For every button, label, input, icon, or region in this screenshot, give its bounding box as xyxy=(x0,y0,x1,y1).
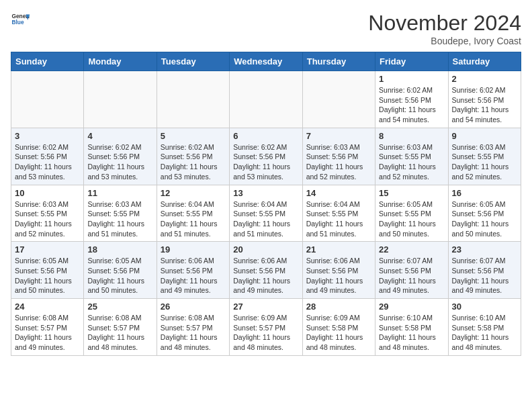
calendar-cell: 25Sunrise: 6:08 AM Sunset: 5:57 PM Dayli… xyxy=(84,299,157,356)
column-header-saturday: Saturday xyxy=(448,52,521,71)
day-info: Sunrise: 6:02 AM Sunset: 5:56 PM Dayligh… xyxy=(15,142,80,182)
calendar-cell: 6Sunrise: 6:02 AM Sunset: 5:56 PM Daylig… xyxy=(230,128,302,185)
calendar-cell: 5Sunrise: 6:02 AM Sunset: 5:56 PM Daylig… xyxy=(157,128,229,185)
day-number: 19 xyxy=(161,244,226,255)
calendar-week-row: 3Sunrise: 6:02 AM Sunset: 5:56 PM Daylig… xyxy=(11,128,521,185)
day-number: 5 xyxy=(161,131,226,141)
calendar-cell: 13Sunrise: 6:04 AM Sunset: 5:55 PM Dayli… xyxy=(230,185,302,242)
calendar-cell: 2Sunrise: 6:02 AM Sunset: 5:56 PM Daylig… xyxy=(448,71,521,128)
day-info: Sunrise: 6:05 AM Sunset: 5:56 PM Dayligh… xyxy=(452,199,517,239)
day-number: 18 xyxy=(87,244,152,255)
calendar-cell: 3Sunrise: 6:02 AM Sunset: 5:56 PM Daylig… xyxy=(11,128,84,185)
column-header-tuesday: Tuesday xyxy=(157,52,229,71)
calendar-cell xyxy=(157,71,229,128)
day-info: Sunrise: 6:04 AM Sunset: 5:55 PM Dayligh… xyxy=(306,199,371,239)
day-info: Sunrise: 6:09 AM Sunset: 5:57 PM Dayligh… xyxy=(233,313,298,353)
calendar-cell: 15Sunrise: 6:05 AM Sunset: 5:55 PM Dayli… xyxy=(375,185,448,242)
day-number: 22 xyxy=(379,244,444,255)
calendar-cell: 22Sunrise: 6:07 AM Sunset: 5:56 PM Dayli… xyxy=(375,242,448,299)
calendar-cell: 18Sunrise: 6:05 AM Sunset: 5:56 PM Dayli… xyxy=(84,242,157,299)
calendar-cell xyxy=(302,71,375,128)
calendar-cell: 30Sunrise: 6:10 AM Sunset: 5:58 PM Dayli… xyxy=(448,299,521,356)
day-number: 16 xyxy=(452,188,517,198)
calendar-header-row: SundayMondayTuesdayWednesdayThursdayFrid… xyxy=(11,52,521,71)
calendar-week-row: 17Sunrise: 6:05 AM Sunset: 5:56 PM Dayli… xyxy=(11,242,521,299)
day-info: Sunrise: 6:05 AM Sunset: 5:56 PM Dayligh… xyxy=(15,256,80,295)
day-info: Sunrise: 6:02 AM Sunset: 5:56 PM Dayligh… xyxy=(233,142,298,182)
month-title: November 2024 xyxy=(368,11,521,36)
day-number: 24 xyxy=(15,302,80,312)
calendar-cell: 23Sunrise: 6:07 AM Sunset: 5:56 PM Dayli… xyxy=(448,242,521,299)
day-number: 29 xyxy=(379,302,444,312)
column-header-sunday: Sunday xyxy=(11,52,84,71)
day-info: Sunrise: 6:07 AM Sunset: 5:56 PM Dayligh… xyxy=(452,256,517,295)
calendar-week-row: 24Sunrise: 6:08 AM Sunset: 5:57 PM Dayli… xyxy=(11,299,521,356)
day-info: Sunrise: 6:06 AM Sunset: 5:56 PM Dayligh… xyxy=(233,256,298,295)
calendar-cell xyxy=(230,71,302,128)
day-info: Sunrise: 6:03 AM Sunset: 5:55 PM Dayligh… xyxy=(379,142,444,182)
day-number: 20 xyxy=(233,244,298,255)
calendar-cell: 16Sunrise: 6:05 AM Sunset: 5:56 PM Dayli… xyxy=(448,185,521,242)
title-area: November 2024 Boudepe, Ivory Coast xyxy=(368,11,521,46)
calendar-cell xyxy=(84,71,157,128)
day-info: Sunrise: 6:09 AM Sunset: 5:58 PM Dayligh… xyxy=(306,313,371,353)
calendar-cell: 8Sunrise: 6:03 AM Sunset: 5:55 PM Daylig… xyxy=(375,128,448,185)
day-number: 9 xyxy=(452,131,517,141)
day-number: 11 xyxy=(87,188,152,198)
calendar-cell: 12Sunrise: 6:04 AM Sunset: 5:55 PM Dayli… xyxy=(157,185,229,242)
calendar-cell: 21Sunrise: 6:06 AM Sunset: 5:56 PM Dayli… xyxy=(302,242,375,299)
day-info: Sunrise: 6:06 AM Sunset: 5:56 PM Dayligh… xyxy=(161,256,226,295)
day-number: 7 xyxy=(306,131,371,141)
day-info: Sunrise: 6:10 AM Sunset: 5:58 PM Dayligh… xyxy=(452,313,517,353)
day-info: Sunrise: 6:10 AM Sunset: 5:58 PM Dayligh… xyxy=(379,313,444,353)
day-number: 3 xyxy=(15,131,80,141)
column-header-monday: Monday xyxy=(84,52,157,71)
day-number: 13 xyxy=(233,188,298,198)
column-header-friday: Friday xyxy=(375,52,448,71)
calendar-cell: 20Sunrise: 6:06 AM Sunset: 5:56 PM Dayli… xyxy=(230,242,302,299)
day-info: Sunrise: 6:02 AM Sunset: 5:56 PM Dayligh… xyxy=(161,142,226,182)
calendar-cell: 26Sunrise: 6:08 AM Sunset: 5:57 PM Dayli… xyxy=(157,299,229,356)
day-info: Sunrise: 6:05 AM Sunset: 5:55 PM Dayligh… xyxy=(379,199,444,239)
day-number: 25 xyxy=(87,302,152,312)
location-subtitle: Boudepe, Ivory Coast xyxy=(368,36,521,46)
day-info: Sunrise: 6:02 AM Sunset: 5:56 PM Dayligh… xyxy=(452,85,517,125)
day-number: 10 xyxy=(15,188,80,198)
day-info: Sunrise: 6:07 AM Sunset: 5:56 PM Dayligh… xyxy=(379,256,444,295)
calendar-cell: 10Sunrise: 6:03 AM Sunset: 5:55 PM Dayli… xyxy=(11,185,84,242)
day-number: 4 xyxy=(87,131,152,141)
day-info: Sunrise: 6:03 AM Sunset: 5:55 PM Dayligh… xyxy=(87,199,152,239)
logo-icon: General Blue xyxy=(11,11,30,30)
day-info: Sunrise: 6:02 AM Sunset: 5:56 PM Dayligh… xyxy=(379,85,444,125)
calendar-cell: 9Sunrise: 6:03 AM Sunset: 5:55 PM Daylig… xyxy=(448,128,521,185)
calendar-cell: 27Sunrise: 6:09 AM Sunset: 5:57 PM Dayli… xyxy=(230,299,302,356)
calendar-table: SundayMondayTuesdayWednesdayThursdayFrid… xyxy=(11,52,521,356)
day-number: 27 xyxy=(233,302,298,312)
calendar-week-row: 10Sunrise: 6:03 AM Sunset: 5:55 PM Dayli… xyxy=(11,185,521,242)
day-number: 15 xyxy=(379,188,444,198)
day-info: Sunrise: 6:04 AM Sunset: 5:55 PM Dayligh… xyxy=(233,199,298,239)
calendar-cell: 24Sunrise: 6:08 AM Sunset: 5:57 PM Dayli… xyxy=(11,299,84,356)
day-info: Sunrise: 6:08 AM Sunset: 5:57 PM Dayligh… xyxy=(15,313,80,353)
day-info: Sunrise: 6:03 AM Sunset: 5:55 PM Dayligh… xyxy=(452,142,517,182)
day-number: 14 xyxy=(306,188,371,198)
day-number: 2 xyxy=(452,74,517,84)
calendar-cell xyxy=(11,71,84,128)
day-info: Sunrise: 6:05 AM Sunset: 5:56 PM Dayligh… xyxy=(87,256,152,295)
calendar-cell: 1Sunrise: 6:02 AM Sunset: 5:56 PM Daylig… xyxy=(375,71,448,128)
day-number: 8 xyxy=(379,131,444,141)
calendar-cell: 19Sunrise: 6:06 AM Sunset: 5:56 PM Dayli… xyxy=(157,242,229,299)
calendar-cell: 7Sunrise: 6:03 AM Sunset: 5:56 PM Daylig… xyxy=(302,128,375,185)
column-header-wednesday: Wednesday xyxy=(230,52,302,71)
day-info: Sunrise: 6:08 AM Sunset: 5:57 PM Dayligh… xyxy=(87,313,152,353)
day-info: Sunrise: 6:03 AM Sunset: 5:55 PM Dayligh… xyxy=(15,199,80,239)
day-number: 23 xyxy=(452,244,517,255)
page-header: General Blue November 2024 Boudepe, Ivor… xyxy=(11,11,521,46)
day-number: 26 xyxy=(161,302,226,312)
day-info: Sunrise: 6:02 AM Sunset: 5:56 PM Dayligh… xyxy=(87,142,152,182)
day-number: 21 xyxy=(306,244,371,255)
calendar-cell: 29Sunrise: 6:10 AM Sunset: 5:58 PM Dayli… xyxy=(375,299,448,356)
day-number: 28 xyxy=(306,302,371,312)
logo: General Blue xyxy=(11,11,30,30)
day-number: 6 xyxy=(233,131,298,141)
